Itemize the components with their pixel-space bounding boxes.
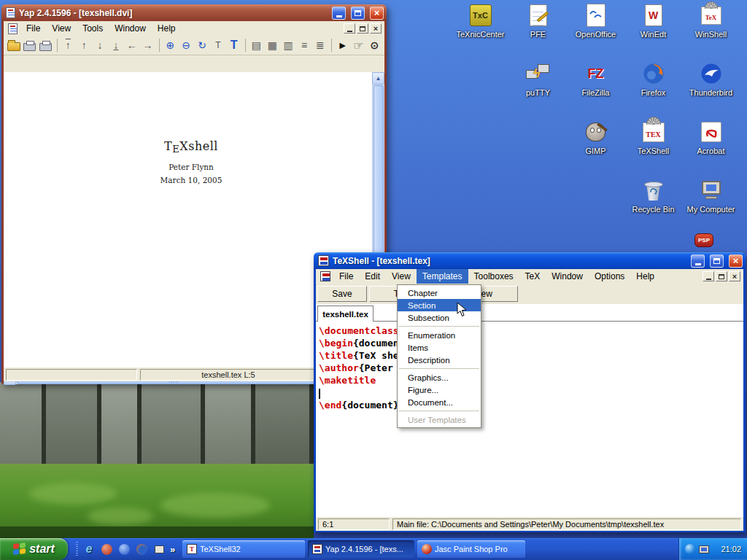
menu-item-section[interactable]: Section xyxy=(398,299,481,311)
texshell-mdi-restore-button[interactable] xyxy=(716,271,727,281)
quick-launch: e » xyxy=(70,538,175,560)
network-tray-icon[interactable] xyxy=(699,545,709,553)
magnifier-tool-icon[interactable]: ⊙ xyxy=(367,37,382,53)
texshell-menu-templates[interactable]: Templates xyxy=(417,269,468,284)
menu-item-graphics[interactable]: Graphics... xyxy=(398,371,481,384)
texshell-menu-file[interactable]: File xyxy=(333,269,359,284)
desktop-icon-winedt[interactable]: W WinEdt xyxy=(624,3,682,39)
texshell-menu-toolboxes[interactable]: Toolboxes xyxy=(468,269,519,284)
texshell-minimize-button[interactable] xyxy=(691,254,705,268)
forward-icon[interactable]: → xyxy=(141,37,155,53)
zoom-in-icon[interactable]: ⊕ xyxy=(163,37,177,53)
open-icon[interactable] xyxy=(7,37,21,53)
menu-item-description[interactable]: Description xyxy=(398,354,481,366)
select-tool-icon[interactable]: ► xyxy=(336,37,350,53)
yap-menu-file[interactable]: File xyxy=(20,21,46,36)
text-size-icon[interactable]: T xyxy=(211,37,225,53)
thunderbird-quicklaunch-icon[interactable] xyxy=(117,542,131,556)
show-desktop-icon[interactable] xyxy=(152,542,166,556)
zoom-out-icon[interactable]: ⊖ xyxy=(179,37,193,53)
vertical-scroll-thumb[interactable] xyxy=(374,85,384,262)
desktop-icon-recycle-bin[interactable]: Recycle Bin xyxy=(624,178,682,214)
desktop-icon-texniccenter[interactable]: TxC TeXnicCenter xyxy=(452,3,509,39)
taskbar-clock[interactable]: 21:02 xyxy=(721,545,747,553)
texshell-menu-edit[interactable]: Edit xyxy=(359,269,386,284)
continuous-view-icon[interactable]: ≡ xyxy=(297,37,311,53)
texshell-menu-options[interactable]: Options xyxy=(589,269,630,284)
texshell-mdi-close-button[interactable]: × xyxy=(729,271,740,281)
desktop-icon-winshell[interactable]: TeX WinShell xyxy=(682,3,740,39)
desktop-icon-putty[interactable]: ϟ puTTY xyxy=(509,61,567,97)
texshell-menu-view[interactable]: View xyxy=(386,269,417,284)
texshell-mdi-minimize-button[interactable] xyxy=(703,271,714,281)
desktop-icon-filezilla[interactable]: FZ FileZilla xyxy=(567,61,624,97)
quick-launch-handle[interactable] xyxy=(76,542,78,556)
save-button[interactable]: Save xyxy=(317,286,367,302)
previous-page-icon[interactable]: ↑ xyxy=(77,37,91,53)
paintshoppro-quicklaunch-icon[interactable] xyxy=(100,542,113,556)
yap-mdi-minimize-button[interactable] xyxy=(344,23,355,34)
hand-tool-icon[interactable]: ☞ xyxy=(352,37,366,53)
yap-menu-tools[interactable]: Tools xyxy=(77,21,109,36)
firefox-quicklaunch-icon[interactable] xyxy=(135,542,148,556)
menu-item-chapter[interactable]: Chapter xyxy=(398,287,481,299)
menu-item-enumeration[interactable]: Enumeration xyxy=(398,329,481,341)
ie-icon[interactable]: e xyxy=(82,542,96,556)
taskbar-button-texshell32[interactable]: T TeXShell32 xyxy=(182,540,305,558)
start-button[interactable]: start xyxy=(0,538,68,560)
desktop-icon-firefox[interactable]: Firefox xyxy=(624,61,682,97)
yap-close-button[interactable]: × xyxy=(370,7,384,20)
page-layout-icon[interactable]: ▥ xyxy=(281,37,295,53)
continuous-facing-icon[interactable]: ≣ xyxy=(313,37,328,53)
code-line: \end{document} xyxy=(319,399,743,411)
menu-item-subsection[interactable]: Subsection xyxy=(398,311,481,324)
texshell-titlebar[interactable]: TeXShell - [texshell.tex] × xyxy=(314,252,746,269)
print-setup-icon[interactable] xyxy=(39,37,53,53)
desktop-icon-openoffice[interactable]: OpenOffice xyxy=(567,3,624,39)
yap-titlebar[interactable]: Yap 2.4.1596 - [texshell.dvi] × xyxy=(1,4,387,21)
desktop-icon-my-computer[interactable]: My Computer xyxy=(682,178,740,214)
desktop-icon-acrobat[interactable]: Acrobat xyxy=(682,120,740,155)
desktop-icon-paintshoppro[interactable]: PSP xyxy=(694,233,713,247)
yap-mdi-restore-button[interactable] xyxy=(357,23,368,34)
yap-mdi-close-button[interactable]: × xyxy=(370,23,382,34)
yap-minimize-button[interactable] xyxy=(332,7,346,20)
texshell-editor[interactable]: \documentclass{ \begin{document \title{T… xyxy=(316,322,743,516)
desktop-icon-thunderbird[interactable]: Thunderbird xyxy=(682,61,740,97)
desktop-icon-pfe[interactable]: PFE xyxy=(509,3,567,39)
menu-item-figure[interactable]: Figure... xyxy=(398,384,481,396)
menu-item-user-templates[interactable]: User Templates xyxy=(398,413,481,426)
texshell-menu-tex[interactable]: TeX xyxy=(519,269,546,284)
code-line: \title{TeX shell} xyxy=(319,349,743,362)
menu-item-document[interactable]: Document... xyxy=(398,396,481,408)
yap-menu-window[interactable]: Window xyxy=(109,21,152,36)
taskbar-button-yap[interactable]: Yap 2.4.1596 - [texs... xyxy=(308,540,414,558)
refresh-icon[interactable]: ↻ xyxy=(195,37,209,53)
texshell-menu-window[interactable]: Window xyxy=(546,269,589,284)
single-page-icon[interactable]: ▤ xyxy=(249,37,264,53)
facing-pages-icon[interactable]: ▦ xyxy=(265,37,279,53)
yap-menu-view[interactable]: View xyxy=(46,21,77,36)
taskbar-button-paintshoppro[interactable]: Jasc Paint Shop Pro xyxy=(417,540,525,558)
quick-launch-overflow-chevron[interactable]: » xyxy=(170,544,175,555)
yap-app-icon xyxy=(6,7,15,18)
tab-texshell-tex[interactable]: texshell.tex xyxy=(317,306,374,322)
first-page-icon[interactable]: ↑ xyxy=(61,37,75,53)
last-page-icon[interactable]: ↓ xyxy=(109,37,123,53)
text-render-icon[interactable]: T xyxy=(227,37,241,53)
yap-maximize-button[interactable] xyxy=(351,7,365,20)
next-page-icon[interactable]: ↓ xyxy=(93,37,107,53)
texshell-close-button[interactable]: × xyxy=(729,254,743,268)
menu-item-items[interactable]: Items xyxy=(398,341,481,354)
messenger-tray-icon[interactable] xyxy=(685,544,695,554)
texshell-menu-help[interactable]: Help xyxy=(630,269,660,284)
mouse-cursor xyxy=(457,302,467,320)
desktop-icon-gimp[interactable]: GIMP xyxy=(567,120,624,155)
texshell-maximize-button[interactable] xyxy=(710,254,724,268)
scroll-up-icon[interactable]: ▲ xyxy=(372,72,384,85)
print-icon[interactable] xyxy=(23,37,37,53)
yap-menu-help[interactable]: Help xyxy=(152,21,182,36)
desktop-icon-texshell[interactable]: TEX TeXShell xyxy=(624,120,682,155)
texniccenter-icon: TxC xyxy=(470,4,492,26)
back-icon[interactable]: ← xyxy=(125,37,139,53)
